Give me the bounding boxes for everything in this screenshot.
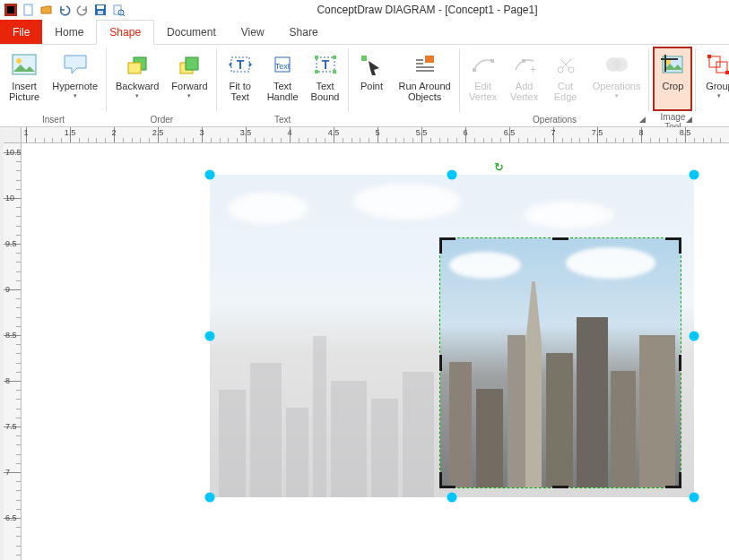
- selection-handle-w[interactable]: [205, 332, 215, 341]
- tab-view[interactable]: View: [229, 20, 277, 44]
- svg-rect-14: [186, 57, 198, 70]
- selection-handle-ne[interactable]: [690, 170, 699, 180]
- crop-selection[interactable]: [439, 237, 681, 488]
- svg-text:T: T: [236, 57, 244, 72]
- text-handle-icon: Text: [268, 50, 297, 79]
- crop-handle-left[interactable]: [439, 355, 442, 371]
- fit-to-text-button[interactable]: T Fit to Text: [221, 47, 260, 111]
- svg-text:T: T: [321, 57, 329, 72]
- crop-handle-bottom[interactable]: [552, 486, 568, 488]
- group-group: Group ▾: [696, 45, 729, 126]
- add-vertex-icon: +: [510, 50, 539, 79]
- ruler-corner: [4, 127, 22, 143]
- hypernote-dropdown-icon[interactable]: ▾: [74, 92, 77, 99]
- crop-handle-top-right[interactable]: [665, 237, 681, 254]
- picture-object[interactable]: ↻: [210, 175, 694, 497]
- selection-handle-e[interactable]: [690, 332, 699, 341]
- forward-button[interactable]: Forward ▾: [166, 47, 213, 111]
- redo-icon[interactable]: [75, 3, 90, 17]
- edit-vertex-icon: [469, 50, 498, 79]
- svg-rect-28: [416, 63, 423, 65]
- undo-icon[interactable]: [57, 3, 72, 17]
- crop-handle-bottom-left[interactable]: [439, 472, 456, 488]
- run-around-objects-button[interactable]: Run Around Objects: [394, 47, 456, 111]
- window-title: ConceptDraw DIAGRAM - [Concept1 - Page1]: [129, 4, 725, 16]
- selection-handle-s[interactable]: [447, 493, 457, 503]
- group-image-tool: Crop Image Tool ◢: [649, 45, 696, 126]
- rotation-handle[interactable]: ↻: [494, 160, 507, 173]
- hypernote-icon: [61, 50, 90, 79]
- group-operations: Edit Vertex + Add Vertex Cut Edge Operat…: [460, 45, 650, 126]
- svg-rect-43: [707, 55, 711, 58]
- open-icon[interactable]: [39, 3, 54, 17]
- vertical-ruler: 10.5109.598.587.576.5: [4, 143, 22, 560]
- svg-rect-24: [333, 70, 336, 73]
- ribbon-tabs: File Home Shape Document View Share: [0, 20, 729, 45]
- svg-rect-4: [97, 5, 104, 9]
- svg-rect-27: [416, 59, 423, 61]
- svg-rect-5: [98, 11, 103, 14]
- crop-handle-bottom-right[interactable]: [665, 472, 681, 488]
- svg-rect-21: [315, 56, 318, 59]
- app-icon: [4, 3, 18, 17]
- drawing-canvas[interactable]: ↻: [22, 143, 729, 560]
- print-preview-icon[interactable]: [111, 3, 126, 17]
- operations-icon: [603, 50, 631, 79]
- tab-document[interactable]: Document: [154, 20, 229, 44]
- svg-rect-32: [490, 59, 494, 63]
- point-icon: [358, 50, 386, 79]
- forward-dropdown-icon[interactable]: ▾: [187, 92, 191, 99]
- hypernote-button[interactable]: Hypernote ▾: [47, 47, 103, 111]
- svg-text:+: +: [530, 64, 536, 75]
- svg-rect-31: [473, 68, 476, 72]
- edit-vertex-button: Edit Vertex: [464, 47, 503, 111]
- text-bound-button[interactable]: T Text Bound: [306, 47, 345, 111]
- crop-handle-right[interactable]: [679, 355, 681, 371]
- operations-dialog-launcher-icon[interactable]: ◢: [637, 114, 647, 125]
- cut-edge-button: Cut Edge: [546, 47, 586, 111]
- group-insert: Insert Picture Hypernote ▾ Insert: [0, 45, 107, 126]
- tab-home[interactable]: Home: [42, 20, 96, 44]
- forward-icon: [175, 50, 204, 79]
- picture-content-visible: [440, 238, 681, 487]
- svg-rect-26: [425, 56, 434, 63]
- operations-dropdown-icon: ▾: [615, 92, 619, 99]
- group-text: T Fit to Text Text Text Handle T Text Bo…: [217, 45, 349, 126]
- backward-dropdown-icon[interactable]: ▾: [135, 92, 139, 99]
- fit-to-text-icon: T: [226, 50, 255, 79]
- horizontal-ruler: 11.522.533.544.555.566.577.588.5: [22, 127, 729, 143]
- point-button[interactable]: Point: [352, 47, 392, 111]
- cut-edge-icon: [551, 50, 580, 79]
- group-point: Point Run Around Objects: [349, 45, 460, 126]
- image-tool-dialog-launcher-icon[interactable]: ◢: [683, 114, 694, 125]
- svg-rect-12: [128, 63, 141, 73]
- picture-icon: [10, 50, 39, 79]
- tab-shape[interactable]: Shape: [96, 20, 154, 45]
- tab-share[interactable]: Share: [277, 20, 331, 44]
- backward-icon: [123, 50, 152, 79]
- svg-line-8: [123, 14, 125, 16]
- backward-button[interactable]: Backward ▾: [110, 47, 164, 111]
- new-doc-icon[interactable]: [22, 3, 36, 17]
- text-handle-button[interactable]: Text Text Handle: [262, 47, 304, 111]
- group-dropdown-icon[interactable]: ▾: [717, 92, 721, 99]
- crop-handle-top-left[interactable]: [439, 237, 456, 254]
- insert-picture-button[interactable]: Insert Picture: [4, 47, 45, 111]
- selection-handle-sw[interactable]: [205, 493, 215, 503]
- selection-handle-n[interactable]: [447, 170, 457, 180]
- group-order: Backward ▾ Forward ▾ Order: [107, 45, 217, 126]
- svg-rect-44: [725, 71, 729, 74]
- run-around-icon: [411, 50, 439, 79]
- ribbon: Insert Picture Hypernote ▾ Insert Backwa…: [0, 45, 729, 127]
- tab-file[interactable]: File: [0, 20, 42, 44]
- crop-handle-top[interactable]: [552, 237, 568, 240]
- crop-icon: [658, 50, 687, 79]
- selection-handle-nw[interactable]: [205, 170, 215, 180]
- svg-point-38: [613, 57, 628, 72]
- crop-button[interactable]: Crop: [653, 47, 692, 111]
- text-bound-icon: T: [311, 50, 340, 79]
- selection-handle-se[interactable]: [690, 493, 699, 503]
- svg-rect-30: [416, 70, 434, 72]
- save-icon[interactable]: [93, 3, 108, 17]
- group-button[interactable]: Group ▾: [699, 47, 729, 111]
